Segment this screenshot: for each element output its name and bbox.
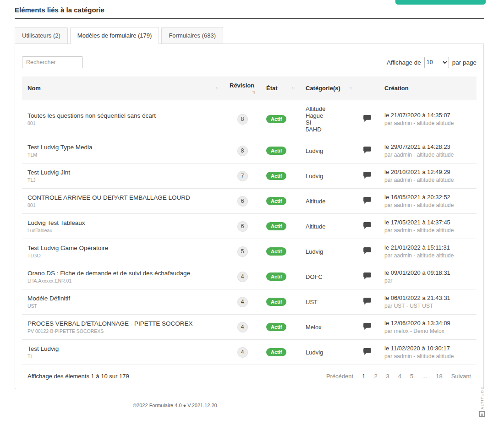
creation-author: par aadmin - altitude altitude bbox=[384, 152, 471, 158]
category-label: Ludvig bbox=[306, 349, 352, 356]
comment-icon[interactable] bbox=[363, 348, 371, 355]
column-header-categories[interactable]: Catégorie(s) ↑↓ bbox=[300, 76, 358, 100]
form-template-name[interactable]: Test Ludvig Jint bbox=[27, 169, 219, 176]
form-template-code: TLJ bbox=[27, 177, 219, 183]
pagination-page-2[interactable]: 2 bbox=[374, 373, 377, 380]
column-header-label: Catégorie(s) bbox=[306, 85, 340, 92]
form-template-name[interactable]: CONTROLE ARRIVEE OU DEPART EMBALLAGE LOU… bbox=[27, 194, 219, 201]
form-template-name[interactable]: Test Ludvig Game Opératoire bbox=[27, 245, 219, 251]
column-header-nom[interactable]: Nom ↑↓ bbox=[22, 76, 224, 100]
comment-icon[interactable] bbox=[363, 197, 371, 204]
column-header-label: Révision bbox=[230, 82, 254, 89]
form-template-name[interactable]: Toutes les questions non séquentiel sans… bbox=[27, 112, 219, 119]
status-badge: Actif bbox=[266, 222, 286, 230]
sort-icon: ↑↓ bbox=[215, 86, 219, 90]
creation-author: par aadmin - altitude altitude bbox=[384, 177, 471, 183]
category-label: 5AHD bbox=[306, 126, 352, 133]
pagination-pages: 12345...18 bbox=[362, 373, 442, 380]
status-badge: Actif bbox=[266, 323, 286, 331]
pagination-page-18[interactable]: 18 bbox=[436, 373, 442, 380]
table-body: Toutes les questions non séquentiel sans… bbox=[22, 100, 477, 365]
pagination-previous[interactable]: Précédent bbox=[326, 373, 353, 380]
category-label: Ludvig bbox=[306, 147, 352, 154]
creation-date: le 11/02/2020 à 10:30:17 bbox=[384, 345, 471, 352]
revision-badge: 6 bbox=[237, 221, 248, 232]
pagination-page-4[interactable]: 4 bbox=[398, 373, 401, 380]
status-badge: Actif bbox=[266, 115, 286, 123]
table-toolbar: Affichage de 10 par page bbox=[22, 50, 477, 76]
comment-icon[interactable] bbox=[363, 298, 371, 305]
comment-icon[interactable] bbox=[363, 147, 371, 153]
tab-formulaires[interactable]: Formulaires (683) bbox=[161, 27, 223, 44]
categories-cell: Ludvig bbox=[300, 138, 358, 163]
form-template-name[interactable]: PROCES VERBAL D'ETALONNAGE - PIPETTE SOC… bbox=[27, 320, 219, 327]
search-input[interactable] bbox=[22, 56, 83, 68]
column-header-revision[interactable]: Révision ↑↓ bbox=[224, 76, 261, 100]
category-label: Altitude bbox=[306, 223, 352, 230]
comment-icon[interactable] bbox=[363, 323, 371, 330]
creation-author: par bbox=[384, 278, 471, 284]
pagination-page-3[interactable]: 3 bbox=[386, 373, 389, 380]
table-row[interactable]: Test Ludvig TL 4 Actif Ludvig le 11/02/2… bbox=[22, 340, 477, 365]
creation-author: par aadmin - altitude altitude bbox=[384, 353, 471, 360]
status-badge: Actif bbox=[266, 272, 286, 281]
categories-cell: Melox bbox=[300, 315, 358, 340]
table-row[interactable]: Modéle Définitif UST 4 Actif UST le 06/0… bbox=[22, 289, 477, 315]
top-action-button[interactable] bbox=[395, 0, 486, 5]
page-size-select[interactable]: 10 bbox=[424, 57, 449, 68]
table-footer: Affichage des élements 1 à 10 sur 179 Pr… bbox=[22, 365, 477, 389]
table-row[interactable]: CONTROLE ARRIVEE OU DEPART EMBALLAGE LOU… bbox=[22, 189, 477, 214]
table-row[interactable]: PROCES VERBAL D'ETALONNAGE - PIPETTE SOC… bbox=[22, 315, 477, 340]
form-template-name[interactable]: Orano DS : Fiche de demande et de suivi … bbox=[27, 270, 219, 277]
tab-utilisateurs[interactable]: Utilisateurs (2) bbox=[15, 27, 68, 44]
revision-badge: 4 bbox=[237, 272, 248, 282]
creation-author: par melox - Demo Melox bbox=[384, 328, 471, 334]
form-template-name[interactable]: Test Ludvig bbox=[27, 345, 219, 352]
form-template-code: UST bbox=[27, 303, 219, 309]
categories-cell: Altitude bbox=[300, 189, 358, 214]
comment-icon[interactable] bbox=[363, 272, 371, 279]
form-template-name[interactable]: Modéle Définitif bbox=[27, 295, 219, 302]
form-template-code: PV 00122-B-PIPETTE SOCOREXS bbox=[27, 328, 219, 334]
category-label: Altitude bbox=[306, 198, 352, 205]
creation-date: le 21/01/2022 à 15:11:31 bbox=[384, 244, 471, 251]
column-header-etat[interactable]: État ↑↓ bbox=[261, 76, 300, 100]
categories-cell: Ludvig bbox=[300, 340, 358, 365]
sort-icon: ↑↓ bbox=[291, 86, 295, 90]
pagination-next[interactable]: Suivant bbox=[451, 373, 471, 380]
creation-date: le 16/05/2021 à 20:32:52 bbox=[384, 194, 471, 201]
creation-author: par aadmin - altitude altitude bbox=[384, 227, 471, 234]
table-row[interactable]: Test Ludvig Game Opératoire TLGO 5 Actif… bbox=[22, 239, 477, 264]
tab-modeles-de-formulaire[interactable]: Modèles de formulaire (179) bbox=[70, 27, 159, 44]
status-badge: Actif bbox=[266, 197, 286, 205]
column-header-label: Création bbox=[384, 85, 409, 92]
category-label: Hague bbox=[306, 112, 352, 119]
pagination-page-5[interactable]: 5 bbox=[410, 373, 413, 380]
table-row[interactable]: Toutes les questions non séquentiel sans… bbox=[22, 100, 477, 138]
revision-badge: 8 bbox=[237, 146, 248, 156]
table-row[interactable]: Test Ludvig Jint TLJ 7 Actif Ludvig le 2… bbox=[22, 163, 477, 189]
comment-icon[interactable] bbox=[363, 115, 371, 122]
form-template-name[interactable]: Ludvig Test Tableaux bbox=[27, 219, 219, 226]
revision-badge: 4 bbox=[237, 322, 248, 332]
category-label: Ludvig bbox=[306, 248, 352, 255]
category-label: DOFC bbox=[306, 273, 352, 280]
creation-date: le 17/05/2021 à 14:37:45 bbox=[384, 219, 471, 226]
form-template-name[interactable]: Test Ludvig Type Media bbox=[27, 144, 219, 151]
tab-panel: Affichage de 10 par page Nom ↑↓ Révision… bbox=[15, 44, 484, 389]
category-label: Altitude bbox=[306, 105, 352, 112]
form-template-code: LHA.Axxxxx.ENR.01 bbox=[27, 278, 219, 283]
column-header-creation: Création bbox=[379, 76, 477, 100]
table-row[interactable]: Test Ludvig Type Media TLM 8 Actif Ludvi… bbox=[22, 138, 477, 163]
table-row[interactable]: Ludvig Test Tableaux LudTableau 6 Actif … bbox=[22, 214, 477, 239]
comment-icon[interactable] bbox=[363, 222, 371, 229]
revision-badge: 4 bbox=[237, 347, 248, 358]
form-template-code: 001 bbox=[27, 120, 219, 126]
pagination-page-1[interactable]: 1 bbox=[362, 373, 365, 380]
form-template-code: TLM bbox=[27, 152, 219, 158]
comment-icon[interactable] bbox=[363, 172, 371, 179]
table-row[interactable]: Orano DS : Fiche de demande et de suivi … bbox=[22, 264, 477, 289]
comment-icon[interactable] bbox=[363, 247, 371, 254]
form-templates-table: Nom ↑↓ Révision ↑↓ État ↑↓ Catégorie(s) … bbox=[22, 76, 477, 365]
page-size-control: Affichage de 10 par page bbox=[387, 57, 477, 68]
